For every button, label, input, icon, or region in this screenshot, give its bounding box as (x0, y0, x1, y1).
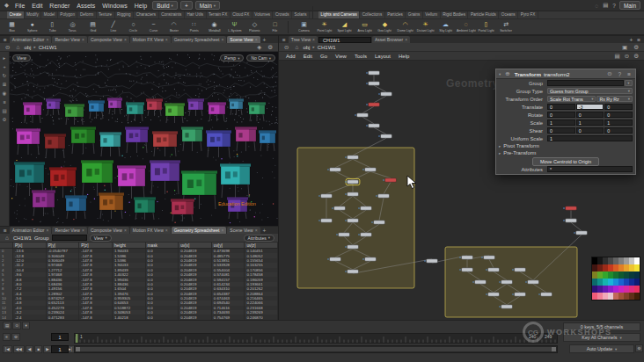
viewport-tool-icon-3[interactable]: ⊞ (3, 82, 7, 87)
shelf-tab-polygon[interactable]: Polygon (58, 11, 78, 18)
column-header-p-x-[interactable]: P[x] (13, 243, 47, 248)
shelf-tab-constraints[interactable]: Constraints (159, 11, 185, 18)
column-header-uv-y-[interactable]: uv[y] (212, 243, 245, 248)
shelf-tab-collections[interactable]: Collections (360, 11, 384, 18)
playback-range-slider[interactable] (74, 345, 558, 353)
shelf-tool-portal-light[interactable]: ▯Portal Light (476, 19, 496, 34)
scale-z-field[interactable]: 1 (604, 119, 633, 126)
pane-tab-motion-fx-view[interactable]: Motion FX View× (130, 36, 171, 43)
shelf-tool-platonic[interactable]: ◇Platonic (245, 19, 265, 34)
pane-tab-composite-view[interactable]: Composite View× (88, 36, 129, 43)
close-tab-icon[interactable]: × (124, 37, 127, 42)
shelf-tool-dome-light[interactable]: ◠Dome Light (395, 19, 415, 34)
menu-edit[interactable]: Edit (28, 3, 46, 9)
frame-field-2[interactable]: 1 (51, 345, 69, 353)
shear-y-field[interactable]: 0 (576, 127, 604, 134)
close-tab-icon[interactable]: × (46, 37, 48, 42)
help-icon[interactable]: ? (611, 3, 618, 9)
shelf-tab-deform[interactable]: Deform (77, 11, 96, 18)
shelf-tool-points[interactable]: ∷Points (184, 19, 204, 34)
shelf-tab-pyro-fx[interactable]: Pyro FX (518, 11, 538, 18)
shelf-tab-model[interactable]: Model (41, 11, 58, 18)
column-header-p-y-[interactable]: P[y] (47, 243, 80, 248)
transport-button-2[interactable]: ◀ (26, 345, 34, 353)
shelf-tool-spot-light[interactable]: ◢Spot Light (334, 19, 355, 34)
shelf-tab-create[interactable]: Create (7, 11, 25, 18)
layout-selector[interactable]: Main ▾ (195, 1, 220, 10)
playbar-toggle-0[interactable]: ▤ (3, 322, 11, 329)
camera-icon[interactable]: ▣ (620, 44, 629, 51)
shelf-tab-oceans[interactable]: Oceans (499, 11, 518, 18)
close-tab-icon[interactable]: × (165, 228, 168, 233)
close-tab-icon[interactable]: × (82, 228, 84, 233)
shelf-tool-circle[interactable]: ○Circle (123, 19, 143, 34)
add-tab-button[interactable]: + (261, 228, 268, 234)
close-tab-icon[interactable]: × (221, 228, 223, 233)
net-pin-icon[interactable]: ⊙ (623, 53, 631, 60)
color-palette[interactable] (591, 257, 640, 300)
close-tab-icon[interactable]: × (255, 37, 258, 42)
shelf-tool-line[interactable]: ╱Line (103, 19, 123, 34)
gear-icon[interactable]: ⚙ (632, 44, 640, 51)
pane-tab-scene-view[interactable]: Scene View× (227, 36, 260, 43)
pane-tab-animation-editor[interactable]: Animation Editor× (10, 36, 52, 43)
close-tab-icon[interactable]: × (165, 37, 168, 42)
add-tab-button[interactable]: + (261, 37, 268, 43)
shelf-tab-grains[interactable]: Grains (406, 11, 423, 18)
shelf-tab-texture[interactable]: Texture (97, 11, 115, 18)
menu-help[interactable]: Help (131, 3, 150, 9)
net-gear-icon[interactable]: ⚙ (632, 53, 640, 60)
pin-icon[interactable]: ⊙ (605, 70, 613, 77)
close-tab-icon[interactable]: × (124, 228, 127, 233)
perspective-selector[interactable]: Persp▾ (220, 54, 244, 62)
close-tab-icon[interactable]: × (46, 228, 48, 233)
net-grid-icon[interactable]: ▤ (613, 53, 622, 60)
pin-icon[interactable]: ⊙ (4, 44, 11, 51)
auto-update-button[interactable]: Auto Update▾ (569, 344, 634, 353)
viewport-tool-icon-7[interactable]: ⚙ (3, 117, 7, 122)
pre-transform-collapser[interactable]: ▸Pre-Transform (499, 150, 536, 156)
breadcrumb-root[interactable]: obj (303, 45, 310, 50)
shelf-tab-modify[interactable]: Modify (25, 11, 42, 18)
translate-x-field[interactable]: 0 (547, 104, 575, 110)
transport-button-0[interactable]: |◀ (3, 345, 12, 353)
shelf-tool-curve[interactable]: ~Curve (143, 19, 164, 34)
viewport-tool-icon-5[interactable]: ≡ (3, 99, 5, 105)
shelf-tool-box[interactable]: ▦Box (2, 19, 22, 34)
menu-render[interactable]: Render (46, 3, 73, 9)
add-desktop-button[interactable]: + (180, 1, 193, 10)
shelf-tool-sky-light[interactable]: ☁Sky Light (435, 19, 456, 34)
scale-y-field[interactable]: 1 (576, 119, 604, 126)
menu-windows[interactable]: Windows (99, 3, 130, 9)
transform-order-dropdown[interactable]: Scale Rot Trans▾ (547, 96, 596, 102)
shelf-tab-particles[interactable]: Particles (385, 11, 406, 18)
shelf-tab-volumes[interactable]: Volumes (252, 11, 274, 18)
pane-tab-geometry-spreadsheet[interactable]: Geometry Spreadsheet× (172, 36, 227, 43)
rotate-z-field[interactable]: 0 (604, 112, 633, 118)
pane-tab-render-view[interactable]: Render View× (52, 36, 86, 43)
shelf-tab-vellum[interactable]: Vellum (423, 11, 441, 18)
close-tab-icon[interactable]: × (312, 37, 315, 42)
color-swatch[interactable] (634, 279, 640, 286)
color-swatch[interactable] (634, 264, 640, 272)
lock-icon[interactable]: ◈ (255, 44, 263, 51)
shelf-tool-point-light[interactable]: ☀Point Light (314, 19, 334, 34)
pane-tab-render-view[interactable]: Render View× (52, 227, 86, 234)
net-menu-add[interactable]: Add (282, 54, 299, 59)
home-icon[interactable]: ⌂ (14, 44, 21, 50)
playbar-toggle-2[interactable]: ▾ (22, 322, 30, 329)
viewport-tool-icon-1[interactable]: + (3, 64, 5, 69)
color-swatch[interactable] (634, 272, 640, 279)
playbar-toggle-1[interactable]: ⊙ (12, 322, 21, 329)
shelf-tool-distant-light[interactable]: ☀Distant Light (415, 19, 435, 34)
close-tab-icon[interactable]: × (405, 37, 407, 42)
viewport-tool-icon-6[interactable]: ▤ (2, 108, 6, 113)
viewport-tool-icon-4[interactable]: ◉ (3, 90, 7, 96)
spreadsheet-node-path[interactable]: CH1W1 (13, 235, 32, 241)
pane-menu-icon[interactable]: ≡ (281, 37, 288, 43)
shelf-tab-terrain-fx[interactable]: Terrain FX (207, 11, 231, 18)
shelf-tool-file[interactable]: □File (265, 19, 285, 34)
help-icon[interactable]: ? (617, 71, 624, 77)
viewport-tool-icon-2[interactable]: ↻ (3, 73, 7, 78)
view-mode-dropdown[interactable]: View▾ (90, 235, 112, 242)
